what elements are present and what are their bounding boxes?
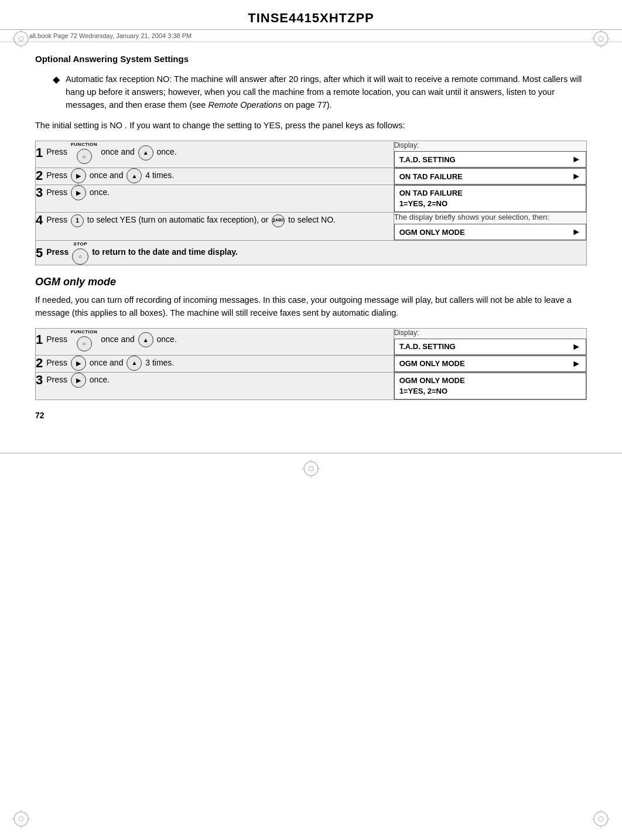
up-button-icon-3: ▲	[138, 332, 153, 347]
display-label-2: Display:	[394, 329, 586, 337]
num-1-button-icon: 1	[71, 214, 84, 227]
ogm-section-title: OGM only mode	[35, 276, 587, 288]
page-header: TINSE4415XHTZPP	[0, 0, 622, 30]
svg-point-12	[14, 812, 28, 826]
step-3-right: ON TAD FAILURE1=YES, 2=NO	[394, 185, 586, 213]
display-box-2-3: OGM ONLY MODE1=YES, 2=NO	[394, 373, 586, 399]
step2-1-left: 1 Press FUNCTION ○ once and ▲ once.	[36, 328, 394, 355]
corner-decoration-tl	[12, 29, 30, 48]
initial-setting-para: The initial setting is NO . If you want …	[35, 119, 587, 132]
step2-3-text: Press ▶ once.	[46, 373, 110, 388]
display-arrow-icon: ►	[572, 154, 581, 165]
step2-3-right: OGM ONLY MODE1=YES, 2=NO	[394, 372, 586, 399]
step-5-text: Press STOP ○ to return to the date and t…	[46, 241, 238, 265]
play-button-icon-3: ▶	[71, 356, 86, 371]
bottom-circle-icon	[302, 459, 320, 478]
bullet-item-1: ◆ Automatic fax reception NO: The machin…	[53, 73, 587, 111]
book-info: all.book Page 72 Wednesday, January 21, …	[0, 30, 622, 42]
svg-point-6	[594, 32, 608, 46]
step2-number-1: 1	[36, 332, 43, 347]
table-row: 3 Press ▶ once. ON TAD FAILURE1=YES, 2=N…	[36, 185, 587, 213]
play-button-icon-4: ▶	[71, 373, 86, 388]
step-3-text: Press ▶ once.	[46, 185, 110, 200]
num-2-button-icon: 2ABC	[272, 214, 285, 227]
bullet-text-1: Automatic fax reception NO: The machine …	[66, 73, 587, 111]
bottom-divider	[0, 453, 622, 453]
display-box-3: ON TAD FAILURE1=YES, 2=NO	[394, 185, 586, 212]
svg-point-18	[594, 812, 608, 826]
play-button-icon: ▶	[71, 168, 86, 183]
step2-number-2: 2	[36, 356, 43, 371]
up-button-icon-2: ▲	[127, 168, 142, 183]
steps-table-1: 1 Press FUNCTION ○ once and ▲ once.	[35, 141, 587, 265]
corner-decoration-br	[592, 810, 610, 828]
step-5-full: 5 Press STOP ○ to return to the date and…	[36, 241, 587, 265]
step-4-left: 4 Press 1 to select YES (turn on automat…	[36, 213, 394, 241]
ogm-section-para: If needed, you can turn off recording of…	[35, 294, 587, 320]
function-button-icon-2: FUNCTION ○	[71, 329, 97, 351]
up-button-icon: ▲	[138, 145, 153, 161]
section-heading: Optional Answering System Settings	[35, 54, 587, 64]
step-number-1: 1	[36, 145, 43, 161]
step2-1-right: Display: T.A.D. SETTING ►	[394, 328, 586, 355]
display-arrow-icon-2: ►	[572, 171, 581, 182]
steps-table-2: 1 Press FUNCTION ○ once and ▲ once.	[35, 328, 587, 400]
play-button-icon-2: ▶	[71, 185, 86, 200]
table-row: 1 Press FUNCTION ○ once and ▲ once.	[36, 328, 587, 355]
step-4-note: The display briefly shows your selection…	[394, 213, 586, 221]
up-button-icon-4: ▲	[127, 356, 142, 371]
step2-number-3: 3	[36, 373, 43, 388]
display-label-1: Display:	[394, 141, 586, 149]
display-box-2-1: T.A.D. SETTING ►	[394, 339, 586, 355]
step2-2-right: OGM ONLY MODE ►	[394, 355, 586, 372]
step2-1-text: Press FUNCTION ○ once and ▲ once.	[46, 329, 177, 351]
svg-point-0	[14, 32, 28, 46]
step-3-left: 3 Press ▶ once.	[36, 185, 394, 213]
table-row: 4 Press 1 to select YES (turn on automat…	[36, 213, 587, 241]
corner-decoration-bl	[12, 810, 30, 828]
svg-point-24	[304, 462, 318, 476]
step2-2-text: Press ▶ once and ▲ 3 times.	[46, 356, 174, 371]
header-title: TINSE4415XHTZPP	[248, 11, 374, 25]
step-number-3: 3	[36, 185, 43, 200]
function-button-icon: FUNCTION ○	[71, 141, 97, 164]
bullet-block: ◆ Automatic fax reception NO: The machin…	[53, 73, 587, 111]
table-row: 1 Press FUNCTION ○ once and ▲ once.	[36, 141, 587, 168]
display-arrow-icon-4: ►	[572, 227, 581, 237]
display-box-2-2: OGM ONLY MODE ►	[394, 356, 586, 372]
step-number-4: 4	[36, 213, 43, 228]
display-arrow-icon-5: ►	[572, 342, 581, 352]
step2-2-left: 2 Press ▶ once and ▲ 3 times.	[36, 355, 394, 372]
step-number-5: 5	[36, 245, 43, 261]
svg-point-1	[19, 36, 23, 41]
step2-3-left: 3 Press ▶ once.	[36, 372, 394, 399]
display-box-4: OGM ONLY MODE ►	[394, 224, 586, 240]
step-1-text: Press FUNCTION ○ once and ▲ once.	[46, 141, 177, 164]
stop-button-icon: STOP ○	[72, 241, 88, 265]
table-row: 3 Press ▶ once. OGM ONLY MODE1=YES, 2=NO	[36, 372, 587, 399]
corner-decoration-tr	[592, 29, 610, 48]
bottom-center-decoration	[0, 459, 622, 488]
display-arrow-icon-6: ►	[572, 358, 581, 369]
display-box-1: T.A.D. SETTING ►	[394, 151, 586, 168]
svg-point-25	[309, 466, 313, 471]
step-1-right: Display: T.A.D. SETTING ►	[394, 141, 586, 168]
table-row: 5 Press STOP ○ to return to the date and…	[36, 241, 587, 265]
step-4-right: The display briefly shows your selection…	[394, 213, 586, 241]
page-content: Optional Answering System Settings ◆ Aut…	[0, 42, 622, 441]
svg-point-13	[19, 817, 23, 821]
step-2-left: 2 Press ▶ once and ▲ 4 times.	[36, 168, 394, 185]
step-1-left: 1 Press FUNCTION ○ once and ▲ once.	[36, 141, 394, 168]
display-box-2: ON TAD FAILURE ►	[394, 168, 586, 185]
step-2-right: ON TAD FAILURE ►	[394, 168, 586, 185]
step-number-2: 2	[36, 168, 43, 183]
svg-point-7	[599, 36, 603, 41]
step-4-text: Press 1 to select YES (turn on automatic…	[46, 214, 336, 227]
page-number: 72	[35, 411, 587, 420]
step-2-text: Press ▶ once and ▲ 4 times.	[46, 168, 174, 183]
svg-point-19	[599, 817, 603, 821]
table-row: 2 Press ▶ once and ▲ 3 times. OGM ONLY M…	[36, 355, 587, 372]
table-row: 2 Press ▶ once and ▲ 4 times. ON TAD FAI…	[36, 168, 587, 185]
bullet-diamond-icon: ◆	[53, 74, 60, 85]
